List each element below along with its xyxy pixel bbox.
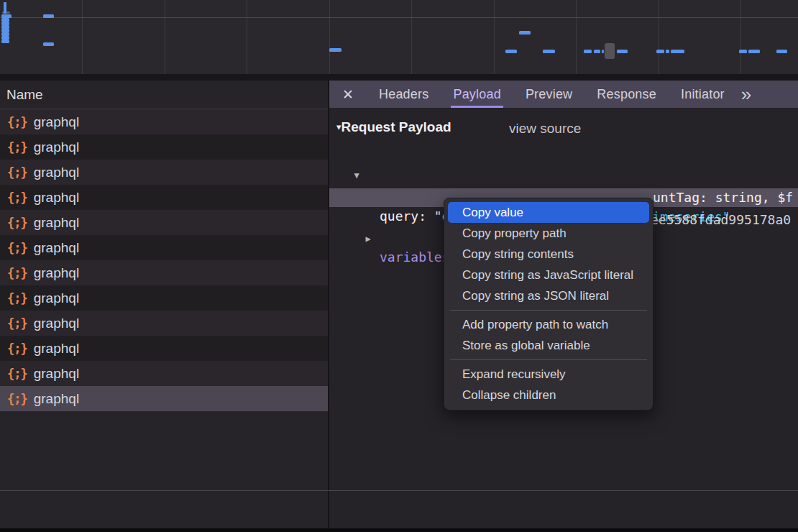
request-row[interactable]: {;}graphql — [0, 235, 328, 260]
json-braces-icon: {;} — [7, 140, 27, 155]
waterfall-bar — [666, 50, 669, 53]
network-request-list: Name {;}graphql{;}graphql{;}graphql{;}gr… — [0, 81, 328, 532]
timeline-gridline — [165, 0, 165, 74]
waterfall-bar — [739, 50, 747, 53]
waterfall-bar — [776, 50, 787, 53]
variables-right-text: ee5588fdad995178a0 — [651, 211, 791, 229]
summary-bar-divider — [0, 490, 798, 491]
waterfall-bar — [43, 42, 54, 46]
request-name: graphql — [34, 391, 79, 407]
json-braces-icon: {;} — [7, 367, 27, 381]
waterfall-bar — [617, 50, 628, 53]
request-name: graphql — [34, 290, 79, 306]
tab-preview[interactable]: Preview — [523, 81, 574, 108]
request-name: graphql — [34, 341, 79, 357]
tabs-container: HeadersPayloadPreviewResponseInitiator — [367, 81, 737, 108]
operation-name-row[interactable]: operationName: "ipFlowTimeseries" — [329, 170, 798, 189]
menu-item-copy-string-contents[interactable]: Copy string contents — [448, 244, 649, 265]
json-braces-icon: {;} — [7, 291, 27, 306]
request-payload-section-header[interactable]: ▾Request Payload — [336, 119, 451, 135]
close-icon[interactable]: ✕ — [329, 81, 367, 108]
request-row[interactable]: {;}graphql — [0, 260, 328, 285]
json-braces-icon: {;} — [7, 191, 27, 205]
tab-headers[interactable]: Headers — [377, 81, 431, 108]
network-panel-body: Name {;}graphql{;}graphql{;}graphql{;}gr… — [0, 81, 798, 532]
property-key: variables — [380, 248, 450, 267]
more-tabs-icon[interactable]: » — [741, 81, 751, 108]
timeline-gridline — [659, 0, 659, 74]
section-title: Request Payload — [341, 119, 451, 134]
menu-separator — [450, 310, 647, 311]
menu-item-copy-value[interactable]: Copy value — [448, 202, 649, 223]
waterfall-bar — [505, 50, 517, 53]
request-name: graphql — [34, 190, 79, 206]
json-braces-icon: {;} — [7, 316, 27, 331]
request-name: graphql — [34, 215, 79, 231]
chevron-right-icon[interactable]: ▶ — [361, 229, 375, 248]
request-row[interactable]: {;}graphql — [0, 336, 328, 361]
view-source-link[interactable]: view source — [509, 121, 581, 137]
request-row[interactable]: {;}graphql — [0, 210, 328, 235]
menu-item-add-property-path-to-watch[interactable]: Add property path to watch — [448, 314, 649, 335]
menu-item-store-as-global-variable[interactable]: Store as global variable — [448, 335, 649, 356]
json-braces-icon: {;} — [7, 266, 27, 280]
request-row[interactable]: {;}graphql — [0, 185, 328, 210]
waterfall-bar — [519, 31, 531, 35]
detail-tabbar: ✕ HeadersPayloadPreviewResponseInitiator… — [329, 81, 798, 108]
request-rows-container: {;}graphql{;}graphql{;}graphql{;}graphql… — [0, 109, 328, 411]
request-name: graphql — [34, 114, 79, 130]
name-column-header[interactable]: Name — [0, 81, 328, 109]
request-row[interactable]: {;}graphql — [0, 134, 328, 160]
timeline-gridline — [82, 0, 83, 74]
waterfall-bar — [602, 50, 604, 53]
timeline-midline — [0, 17, 798, 18]
waterfall-bar — [656, 50, 664, 53]
waterfall-bar — [584, 50, 592, 53]
waterfall-bar — [671, 50, 684, 53]
payload-object-preview-row[interactable]: ▼ {operationName: "ipFlowTimeseries", va… — [329, 147, 798, 166]
menu-separator — [450, 359, 647, 360]
json-braces-icon: {;} — [7, 115, 27, 129]
waterfall-bar — [543, 50, 555, 53]
tab-response[interactable]: Response — [595, 81, 659, 108]
tab-payload[interactable]: Payload — [451, 81, 503, 108]
devtools-window: Name {;}graphql{;}graphql{;}graphql{;}gr… — [0, 0, 798, 532]
request-name: graphql — [34, 316, 79, 331]
waterfall-bar — [594, 50, 600, 53]
window-bottom-edge — [0, 528, 798, 532]
menu-item-collapse-children[interactable]: Collapse children — [448, 385, 649, 405]
request-name: graphql — [34, 165, 79, 180]
request-row[interactable]: {;}graphql — [0, 386, 328, 411]
request-row[interactable]: {;}graphql — [0, 311, 328, 336]
timeline-gridline — [247, 0, 247, 74]
timeline-gridline — [576, 0, 577, 74]
tab-initiator[interactable]: Initiator — [679, 81, 727, 108]
request-name: graphql — [34, 265, 79, 281]
waterfall-bar — [1, 40, 9, 43]
menu-item-copy-property-path[interactable]: Copy property path — [448, 223, 649, 244]
json-braces-icon: {;} — [7, 216, 27, 230]
timeline-gridline — [740, 0, 741, 74]
request-row[interactable]: {;}graphql — [0, 361, 328, 386]
waterfall-bar — [329, 48, 341, 52]
request-name: graphql — [34, 366, 79, 382]
network-overview-timeline[interactable] — [0, 0, 798, 74]
json-braces-icon: {;} — [7, 241, 27, 255]
timeline-gridline — [494, 0, 495, 74]
timeline-gridline — [329, 0, 330, 74]
context-menu: Copy valueCopy property pathCopy string … — [444, 198, 653, 411]
timeline-hover-marker-bar — [4, 2, 6, 14]
json-braces-icon: {;} — [7, 165, 27, 180]
request-row[interactable]: {;}graphql — [0, 160, 328, 185]
menu-item-copy-string-as-javascript-literal[interactable]: Copy string as JavaScript literal — [448, 265, 649, 285]
overview-divider — [0, 74, 798, 81]
request-name: graphql — [34, 139, 79, 155]
menu-item-expand-recursively[interactable]: Expand recursively — [448, 364, 649, 385]
json-braces-icon: {;} — [7, 392, 27, 406]
request-row[interactable]: {;}graphql — [0, 285, 328, 311]
request-row[interactable]: {;}graphql — [0, 109, 328, 134]
menu-item-copy-string-as-json-literal[interactable]: Copy string as JSON literal — [448, 285, 649, 306]
timeline-hover-marker — [605, 43, 615, 59]
waterfall-bar — [748, 50, 760, 53]
query-right-text: untTag: string, $f — [653, 188, 793, 207]
